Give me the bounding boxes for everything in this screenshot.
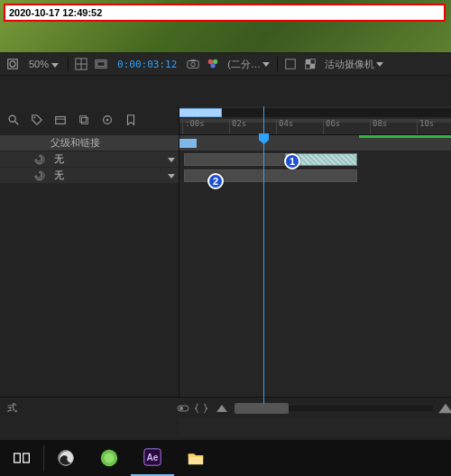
svg-line-19 (15, 122, 19, 125)
snapshot-icon[interactable] (186, 57, 200, 71)
marker-icon[interactable] (124, 114, 139, 128)
svg-rect-29 (14, 453, 21, 462)
svg-text:Ae: Ae (147, 453, 159, 462)
parent-dropdown[interactable] (164, 154, 179, 165)
svg-rect-6 (97, 61, 106, 66)
svg-point-20 (34, 117, 36, 119)
layer-panel-empty (0, 184, 179, 397)
svg-point-11 (213, 60, 217, 64)
svg-rect-24 (81, 117, 87, 124)
zoom-out-icon[interactable] (216, 405, 227, 412)
brace-icon[interactable] (195, 402, 207, 415)
svg-rect-21 (56, 117, 66, 124)
layer-columns-header: 父级和链接 (0, 135, 179, 151)
timeline-tracks[interactable] (179, 151, 451, 436)
work-area-start[interactable] (179, 139, 197, 148)
chevron-down-icon (376, 62, 383, 67)
chevron-down-icon (262, 62, 270, 67)
resolution-dropdown[interactable]: (二分… (226, 57, 272, 72)
current-timecode[interactable]: 0:00:03:12 (114, 59, 180, 70)
render-cache-indicator (359, 135, 451, 138)
svg-point-10 (208, 60, 213, 64)
search-icon[interactable] (7, 114, 22, 128)
parent-link-column-header: 父级和链接 (0, 136, 179, 150)
chevron-down-icon (51, 63, 59, 68)
pickwhip-icon[interactable] (34, 154, 45, 165)
layer-list: 无 无 (0, 151, 179, 184)
taskbar-app-explorer[interactable] (174, 440, 217, 476)
screenshot-timestamp: 2020-10-17 12:49:52 (4, 4, 446, 22)
zoom-in-icon[interactable] (438, 403, 451, 412)
time-ruler[interactable]: :00s 02s 04s 06s 08s 10s (179, 106, 451, 135)
time-tick: 06s (323, 119, 340, 134)
grid-icon[interactable] (74, 57, 88, 71)
chevron-down-icon (168, 174, 175, 178)
svg-rect-13 (286, 60, 296, 69)
pickwhip-icon[interactable] (34, 170, 45, 181)
time-navigator-thumb[interactable] (179, 108, 222, 117)
timestamp-text: 2020-10-17 12:49:52 (9, 7, 102, 18)
svg-rect-14 (306, 60, 310, 64)
time-navigator[interactable] (179, 108, 451, 117)
svg-point-33 (105, 453, 115, 463)
taskbar-app-green[interactable] (87, 440, 131, 476)
svg-rect-30 (23, 453, 30, 462)
fx-icon[interactable] (101, 114, 115, 128)
zoom-level[interactable]: 50% (25, 59, 62, 69)
svg-point-12 (211, 63, 216, 68)
annotation-badge-1: 1 (284, 153, 300, 169)
tag-icon[interactable] (31, 114, 45, 128)
time-tick: 04s (276, 119, 293, 134)
annotation-badge-2: 2 (207, 173, 224, 189)
taskbar-app-after-effects[interactable]: Ae (131, 440, 174, 476)
layer-parent-value[interactable]: 无 (51, 169, 164, 182)
layer-parent-value[interactable]: 无 (51, 152, 164, 166)
footer-left-label: 式 (0, 401, 27, 415)
time-tick: 10s (417, 119, 434, 134)
region-icon[interactable] (283, 57, 298, 71)
chevron-down-icon (168, 158, 175, 162)
time-tick: 08s (370, 119, 387, 134)
svg-rect-23 (80, 116, 87, 123)
timeline-footer: 式 (0, 397, 451, 418)
svg-rect-15 (310, 64, 315, 69)
time-tick: 02s (229, 119, 246, 134)
divider (68, 57, 69, 71)
box-icon[interactable] (54, 114, 69, 128)
taskbar-app-obs[interactable] (44, 440, 87, 476)
time-tick: :00s (182, 119, 205, 134)
parent-dropdown[interactable] (164, 170, 179, 181)
panel-divider[interactable] (179, 106, 179, 418)
track-row[interactable] (179, 151, 451, 168)
svg-point-28 (179, 407, 183, 410)
task-view-button[interactable] (0, 440, 43, 476)
svg-rect-9 (191, 60, 196, 61)
svg-rect-16 (310, 60, 315, 64)
layer-indicator-cell (0, 154, 51, 165)
active-camera-dropdown[interactable]: 活动摄像机 (323, 57, 385, 72)
toggle-switches-icon[interactable] (177, 402, 189, 415)
layer-indicator-cell (0, 170, 51, 181)
svg-point-8 (191, 62, 195, 66)
timeline-zoom-slider[interactable] (235, 406, 433, 411)
channel-icon[interactable] (206, 57, 220, 71)
zoom-slider-thumb[interactable] (235, 403, 289, 414)
timeline-panel-tools (0, 108, 179, 133)
transparency-grid-icon[interactable] (303, 57, 318, 71)
layers-icon[interactable] (78, 114, 92, 128)
safe-zone-icon[interactable] (94, 57, 108, 71)
windows-taskbar: Ae (0, 440, 451, 476)
layer-row[interactable]: 无 (0, 168, 179, 184)
preview-toolbar: 50% 0:00:03:12 (二分… 活动摄像机 (0, 52, 451, 76)
svg-rect-17 (306, 64, 310, 69)
svg-point-18 (9, 115, 15, 122)
svg-point-1 (10, 61, 15, 67)
work-area-bar[interactable] (179, 119, 451, 123)
playhead[interactable] (263, 106, 264, 404)
svg-rect-0 (8, 60, 18, 69)
mask-icon[interactable] (5, 57, 20, 71)
svg-rect-7 (188, 61, 198, 69)
svg-point-26 (106, 119, 109, 122)
layer-row[interactable]: 无 (0, 151, 179, 168)
footer-controls (171, 402, 213, 415)
